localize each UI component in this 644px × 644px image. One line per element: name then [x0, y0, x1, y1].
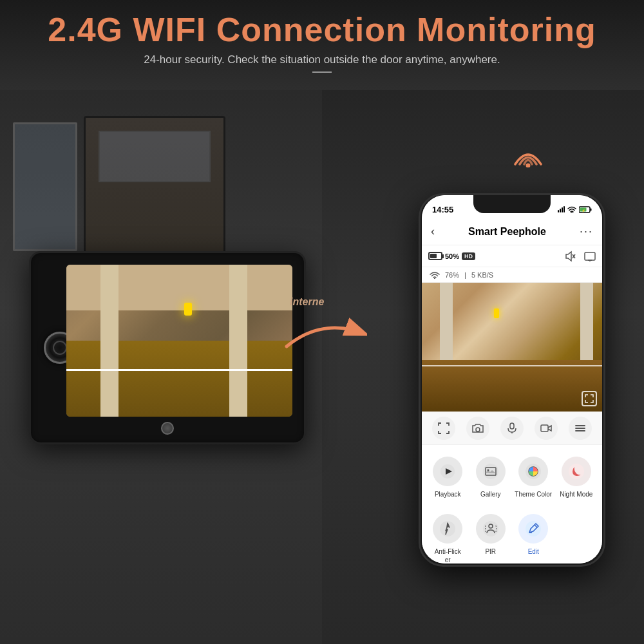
sig-bar-2 [560, 209, 561, 213]
feature-theme-color[interactable]: Theme Color [513, 453, 554, 502]
feature-anti-flicker[interactable]: Anti-Flicker [427, 510, 469, 564]
battery-box [428, 252, 442, 260]
main-title: 2.4G WIFI Connection Monitoring [0, 12, 644, 48]
play-icon [440, 464, 455, 479]
wall-window [13, 122, 77, 251]
cam-porch-scene [422, 283, 602, 412]
sig-bar-3 [562, 207, 563, 213]
control-strip [422, 412, 602, 445]
network-speed: 5 KB/S [471, 271, 493, 279]
battery-indicator: 50% HD [428, 252, 475, 260]
cam-railing [422, 365, 602, 366]
battery-fill [430, 254, 437, 258]
sub-title: 24-hour security. Check the situation ou… [0, 53, 644, 66]
sig-bar-1 [558, 210, 559, 213]
wifi-status-icon [567, 206, 576, 213]
pir-icon [482, 520, 499, 537]
svg-point-2 [571, 212, 573, 213]
svg-point-27 [569, 464, 584, 479]
phone-screen: 14:55 [422, 195, 602, 564]
camera-icon [472, 422, 484, 434]
signal-bars-icon [558, 206, 565, 213]
edit-icon-circle [518, 514, 548, 544]
feature-empty [556, 510, 598, 564]
night-mode-label: Night Mode [560, 490, 592, 498]
cam-porch-light [494, 308, 499, 318]
hd-badge: HD [462, 252, 475, 260]
device-button[interactable] [161, 422, 174, 435]
playback-icon-circle [433, 457, 462, 486]
feature-grid-2: Anti-Flicker PIR [422, 507, 602, 564]
mute-icon[interactable] [565, 251, 576, 262]
svg-point-33 [526, 521, 541, 536]
record-icon [540, 422, 552, 434]
expand-icon[interactable] [582, 391, 597, 406]
night-mode-icon [568, 463, 585, 480]
porch-scene-display [66, 265, 292, 417]
porch-light [184, 303, 192, 316]
app-header: ‹ Smart Peephole ··· [422, 218, 602, 245]
theme-color-label: Theme Color [515, 490, 552, 498]
snapshot-button[interactable] [466, 417, 489, 440]
night-icon-circle [562, 457, 591, 486]
door-window [99, 131, 211, 182]
phone-notch [473, 195, 551, 213]
wifi-separator: | [464, 271, 466, 279]
feature-grid-1: Playback Gallery [422, 445, 602, 507]
playback-label: Playback [435, 490, 461, 498]
gallery-icon-circle [476, 457, 506, 486]
microphone-icon [506, 422, 518, 434]
camera-inner-lens [53, 341, 67, 355]
internet-arrow-area: interne [283, 296, 367, 359]
svg-point-1 [526, 164, 531, 168]
theme-icon-circle [518, 457, 548, 486]
svg-rect-14 [510, 423, 514, 429]
camera-view [422, 283, 602, 412]
wifi-signal-svg [512, 142, 544, 167]
screen-icon[interactable] [584, 251, 596, 262]
edit-label: Edit [528, 547, 539, 556]
menu-icon [574, 422, 586, 434]
anti-flicker-icon [439, 520, 456, 537]
wifi-signal-indicator [512, 142, 544, 167]
cam-right-icons [565, 251, 596, 262]
arrow-icon [283, 311, 367, 356]
svg-rect-16 [541, 425, 548, 431]
svg-point-24 [487, 469, 489, 471]
feature-playback[interactable]: Playback [427, 453, 469, 502]
header-section: 2.4G WIFI Connection Monitoring 24-hour … [0, 0, 644, 90]
feature-gallery[interactable]: Gallery [470, 453, 512, 502]
edit-icon [525, 520, 542, 537]
device-screen [66, 265, 292, 417]
svg-rect-9 [585, 252, 595, 260]
anti-flicker-label: Anti-Flicker [435, 547, 461, 564]
record-button[interactable] [535, 417, 558, 440]
divider [312, 71, 332, 73]
status-icons: ⚡ [558, 206, 592, 213]
svg-point-12 [434, 278, 435, 279]
status-time: 14:55 [432, 205, 453, 214]
app-title: Smart Peephole [435, 226, 580, 238]
feature-night-mode[interactable]: Night Mode [556, 453, 598, 502]
svg-rect-4 [591, 208, 592, 211]
battery-status-icon: ⚡ [579, 206, 592, 213]
anti-flicker-icon-circle [433, 514, 462, 544]
smartphone: 14:55 [419, 193, 605, 567]
more-button[interactable]: ··· [580, 225, 593, 238]
pir-label: PIR [485, 547, 496, 556]
wifi-percentage: 76% [445, 271, 459, 279]
sig-bar-4 [564, 206, 565, 213]
wifi-status-bar: 76% | 5 KB/S [422, 267, 602, 283]
porch-column-left [100, 265, 118, 417]
menu-button[interactable] [569, 417, 592, 440]
svg-point-13 [476, 428, 480, 431]
camera-controls-bar: 50% HD [422, 245, 602, 267]
feature-pir[interactable]: PIR [470, 510, 512, 564]
wifi-bar-icon [430, 271, 440, 279]
device-monitor [29, 251, 306, 444]
gallery-icon [482, 463, 499, 480]
feature-edit[interactable]: Edit [513, 510, 554, 564]
microphone-button[interactable] [500, 417, 524, 440]
fullscreen-button[interactable] [432, 417, 455, 440]
fullscreen-icon [438, 422, 450, 434]
